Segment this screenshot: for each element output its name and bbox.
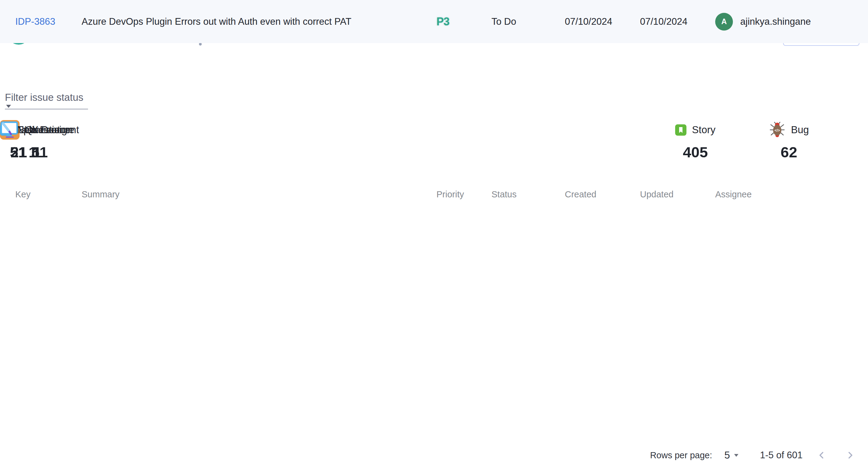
select-underline [5, 109, 88, 109]
issue-summary: Azure DevOps Plugin Errors out with Auth… [82, 0, 351, 43]
issue-created: 07/10/2024 [565, 0, 612, 43]
story-icon [675, 124, 686, 136]
pagination-range: 1-5 of 601 [760, 450, 803, 461]
column-header-priority: Priority [436, 190, 464, 200]
ux-design-icon [0, 121, 19, 139]
avatar: A [715, 13, 733, 31]
bug-icon: </> [769, 122, 785, 138]
column-header-summary: Summary [82, 190, 120, 200]
issue-key-link[interactable]: IDP-3863 [15, 16, 55, 27]
rows-per-page-label: Rows per page: [650, 450, 712, 460]
table-header-row: Key Summary Priority Status Created Upda… [0, 190, 868, 205]
jira-plugin-card: Jira Internal Developer Portal | softwar… [0, 0, 868, 465]
previous-page-button[interactable] [812, 445, 831, 465]
column-header-key: Key [15, 190, 31, 200]
stat-count: 1 [0, 143, 73, 161]
stat-ux-design: UX Design 1 [0, 119, 73, 161]
column-header-status: Status [492, 190, 517, 200]
filter-issue-status-select[interactable]: Filter issue status [5, 92, 88, 109]
column-header-updated: Updated [640, 190, 674, 200]
priority-p3-icon: P3 [436, 15, 449, 28]
column-header-assignee: Assignee [715, 190, 751, 200]
stat-count: 405 [675, 143, 715, 161]
stat-bug: </> Bug 62 [769, 119, 809, 161]
stat-label: UX Design [25, 124, 73, 136]
chevron-down-icon [734, 454, 738, 457]
next-page-button[interactable] [840, 445, 860, 465]
assignee-name: ajinkya.shingane [740, 16, 811, 27]
rows-per-page-value: 5 [724, 450, 730, 461]
stat-count: 62 [769, 143, 809, 161]
rows-per-page-select[interactable]: 5 [724, 450, 738, 461]
table-pagination: Rows per page: 5 1-5 of 601 [650, 445, 860, 465]
table-row: IDP-3863 Azure DevOps Plugin Errors out … [0, 0, 868, 43]
column-header-created: Created [565, 190, 596, 200]
stat-story: Story 405 [675, 119, 715, 161]
svg-text:</>: </> [774, 128, 780, 133]
chevron-down-icon [6, 105, 11, 108]
filter-issue-status-label: Filter issue status [5, 92, 84, 103]
issue-updated: 07/10/2024 [640, 0, 687, 43]
stat-label: Story [692, 124, 715, 136]
issue-status: To Do [492, 0, 516, 43]
stat-label: Bug [791, 124, 809, 136]
